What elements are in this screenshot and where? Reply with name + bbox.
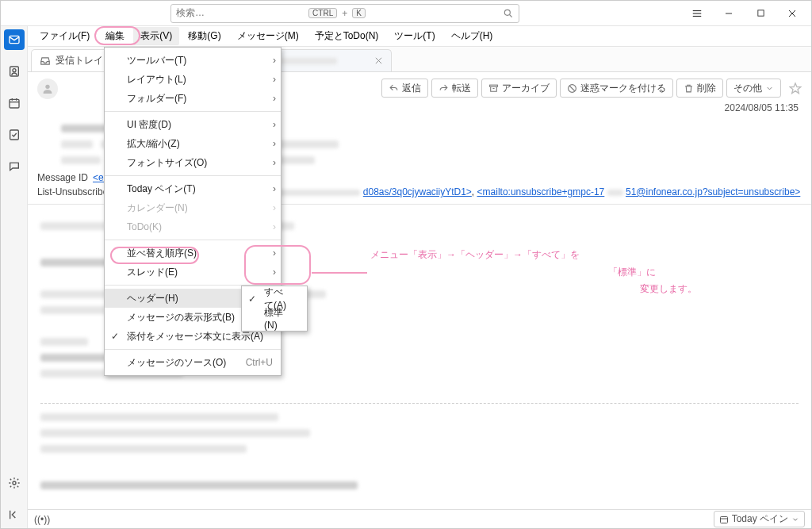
menu-help[interactable]: ヘルプ(H) [444,27,500,45]
addressbook-rail-icon[interactable] [4,61,25,82]
submenu-item-normal[interactable]: 標準(N) [242,309,307,328]
menu-item-sortorder[interactable]: 並べ替え順序(S)› [105,243,281,263]
forward-button[interactable]: 転送 [431,79,478,98]
window-close-button[interactable] [776,2,808,25]
svg-point-22 [45,85,49,89]
menu-tasks[interactable]: 予定とToDo(N) [308,27,386,45]
avatar-icon [37,79,58,99]
menu-tools[interactable]: ツール(T) [387,27,442,45]
calendar-small-icon [719,515,729,524]
svg-point-11 [13,69,16,72]
search-icon [503,8,514,19]
menu-item-thread[interactable]: スレッド(E)› [105,263,281,282]
svg-rect-28 [720,516,727,523]
mail-rail-icon[interactable] [4,29,25,50]
chevron-down-icon [765,84,774,93]
menu-message[interactable]: メッセージ(M) [230,27,306,45]
menu-item-todo: ToDo(K)› [105,217,281,236]
svg-line-26 [569,86,575,91]
menu-item-source[interactable]: メッセージのソース(O)Ctrl+U [105,353,281,372]
chevron-down-icon [791,516,799,523]
svg-line-1 [510,14,512,17]
menu-item-folder[interactable]: フォルダー(F)› [105,89,281,108]
kbd-plus: + [342,8,347,19]
online-status-icon[interactable]: ((•)) [34,514,50,525]
hamburger-menu-button[interactable] [681,2,713,25]
kbd-ctrl: CTRL [308,8,337,18]
archive-button[interactable]: アーカイブ [481,79,557,98]
menu-item-layout[interactable]: レイアウト(L)› [105,70,281,89]
check-icon: ✓ [111,331,119,342]
menu-item-header[interactable]: ヘッダー(H)› ✓すべて(A) 標準(N) [105,289,281,308]
annotation-text: メニュー「表示」→「ヘッダー」→「すべて」を 「標準」に 変更します。 [370,247,697,298]
junk-icon [567,83,577,94]
menu-file[interactable]: ファイル(F) [33,27,97,45]
trash-icon [684,83,694,94]
chat-rail-icon[interactable] [4,156,25,177]
menu-item-todaypane[interactable]: Today ペイン(T)› [105,179,281,198]
menu-view[interactable]: 表示(V) [133,27,179,45]
global-search[interactable]: 検索… CTRL + K [170,4,519,23]
menu-item-zoom[interactable]: 拡大/縮小(Z)› [105,134,281,153]
chevron-right-icon: › [273,55,276,66]
menu-item-calendar: カレンダー(N)› [105,198,281,217]
annotation-line [312,272,367,274]
tab-inbox-label: 受信トレイ - [56,54,109,67]
svg-rect-23 [490,85,498,86]
kbd-k: K [352,8,366,18]
svg-marker-27 [790,83,800,94]
tab-close-icon[interactable] [374,56,383,65]
reply-button[interactable]: 返信 [381,79,428,98]
calendar-rail-icon[interactable] [4,93,25,113]
svg-point-0 [504,10,510,15]
menu-item-fontsize[interactable]: フォントサイズ(O)› [105,153,281,172]
forward-icon [439,83,449,94]
collapse-rail-icon[interactable] [4,504,25,525]
other-button[interactable]: その他 [726,79,781,98]
star-icon[interactable] [789,79,802,98]
window-minimize-button[interactable] [713,2,745,25]
svg-rect-12 [10,99,19,108]
menu-edit[interactable]: 編集 [98,27,132,45]
svg-rect-16 [10,130,18,140]
menu-go[interactable]: 移動(G) [181,27,228,45]
unsubscribe-link-2[interactable]: <mailto:unsubscribe+gmpc-17 [477,186,605,197]
reply-icon [389,83,399,94]
view-menu-dropdown: ツールバー(T)› レイアウト(L)› フォルダー(F)› UI 密度(D)› … [104,47,282,376]
delete-button[interactable]: 削除 [676,79,723,98]
svg-point-17 [13,481,16,485]
check-icon: ✓ [248,293,256,305]
inbox-icon [40,56,51,67]
junk-button[interactable]: 迷惑マークを付ける [560,79,673,98]
search-placeholder: 検索… [176,6,304,20]
window-maximize-button[interactable] [745,2,776,25]
settings-rail-icon[interactable] [4,473,25,493]
tasks-rail-icon[interactable] [4,125,25,145]
menu-item-toolbar[interactable]: ツールバー(T)› [105,51,281,70]
unsubscribe-link-3[interactable]: 51@infonear.co.jp?subject=unsubscribe> [626,186,800,197]
header-submenu: ✓すべて(A) 標準(N) [241,286,308,332]
svg-rect-6 [757,10,763,16]
archive-icon [488,83,499,94]
menu-item-uidensity[interactable]: UI 密度(D)› [105,115,281,134]
today-pane-toggle[interactable]: Today ペイン [714,511,805,527]
